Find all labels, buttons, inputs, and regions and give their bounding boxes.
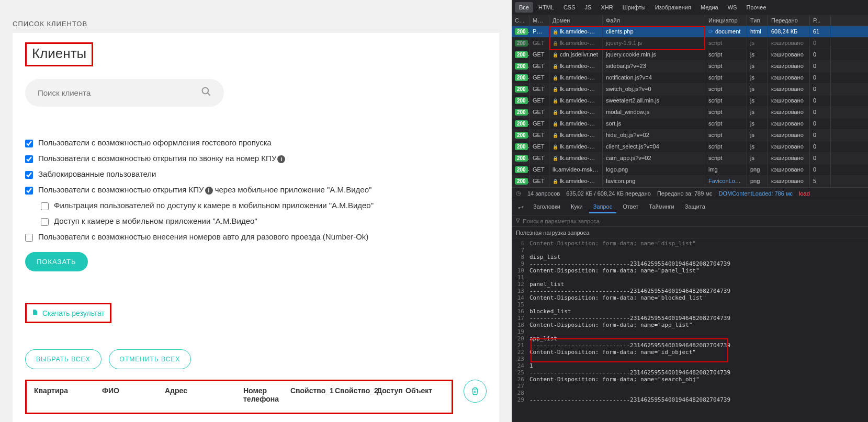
show-button[interactable]: ПОКАЗАТЬ bbox=[25, 252, 88, 271]
cell-domain: 🔒lk.amvideo-ms... bbox=[549, 141, 603, 152]
network-request-row[interactable]: 200GET🔒lk.amvideo-ms...notification.js?v… bbox=[512, 72, 868, 84]
detail-search-input[interactable] bbox=[523, 218, 864, 224]
search-input[interactable] bbox=[38, 88, 201, 97]
filter-checkbox[interactable] bbox=[25, 155, 33, 163]
info-icon[interactable]: i bbox=[277, 155, 285, 163]
filter-checkbox[interactable] bbox=[41, 202, 49, 210]
cell-transferred: кэшировано bbox=[768, 61, 810, 72]
network-request-row[interactable]: 200GET🔒lk.amvideo-ms...favicon.pngFavico… bbox=[512, 176, 868, 187]
lock-icon: 🔒 bbox=[553, 110, 558, 115]
filter-pill[interactable]: Медиа bbox=[696, 2, 723, 13]
cell-transferred: кэшировано bbox=[768, 164, 810, 175]
col-status[interactable]: Стат... bbox=[512, 15, 529, 26]
filter-row[interactable]: Пользователи с возможностью оформления г… bbox=[25, 138, 487, 147]
th-property1[interactable]: Свойство_1 bbox=[287, 384, 332, 405]
info-icon[interactable]: i bbox=[205, 187, 213, 195]
filter-row[interactable]: Пользователи с возможностью открытия по … bbox=[25, 154, 487, 163]
network-request-row[interactable]: 200GET🔒lk.amvideo-ms...sort.jsscriptjsкэ… bbox=[512, 118, 868, 130]
detail-tab[interactable]: Заголовки bbox=[529, 201, 565, 213]
network-request-row[interactable]: 200GET🔒lk.amvideo-ms...modal_window.jssc… bbox=[512, 107, 868, 118]
code-line: 9-----------------------------2314625955… bbox=[512, 260, 868, 267]
filter-checkbox[interactable] bbox=[25, 140, 33, 147]
network-request-row[interactable]: 200GET🔒cdn.jsdelivr.netjquery.cookie.min… bbox=[512, 49, 868, 61]
th-property2[interactable]: Свойство_2 bbox=[332, 384, 374, 405]
deselect-all-button[interactable]: ОТМЕНИТЬ ВСЕХ bbox=[109, 349, 191, 369]
col-file[interactable]: Файл bbox=[603, 15, 705, 26]
network-request-row[interactable]: 200GET🔒lk.amvideo-ms...sidebar.js?v=23sc… bbox=[512, 61, 868, 72]
filter-checkbox[interactable] bbox=[41, 218, 49, 226]
cell-size: 0 bbox=[810, 107, 831, 118]
filter-pill[interactable]: Шрифты bbox=[618, 2, 650, 13]
status-badge: 200 bbox=[515, 51, 528, 58]
cell-initiator: script bbox=[705, 72, 747, 83]
cell-initiator: script bbox=[705, 107, 747, 118]
request-payload-code[interactable]: 6Content-Disposition: form-data; name="d… bbox=[512, 239, 868, 422]
filter-row[interactable]: Заблокированные пользователи bbox=[25, 169, 487, 179]
search-icon[interactable] bbox=[201, 86, 211, 99]
th-address[interactable]: Адрес bbox=[162, 384, 240, 405]
filter-checkbox[interactable] bbox=[25, 187, 33, 195]
network-request-row[interactable]: 200GETlk.amvideo-msk.rulogo.pngimgpngкэш… bbox=[512, 164, 868, 176]
col-initiator[interactable]: Инициатор bbox=[705, 15, 747, 26]
cell-method: GET bbox=[529, 153, 549, 164]
cell-initiator: ⟳document bbox=[705, 26, 747, 37]
code-line: 17-----------------------------231462595… bbox=[512, 315, 868, 322]
network-request-row[interactable]: 200GET🔒lk.amvideo-ms...sweetalert2.all.m… bbox=[512, 95, 868, 107]
network-request-row[interactable]: 200GET🔒lk.amvideo-ms...cam_app.js?v=02sc… bbox=[512, 153, 868, 164]
cell-type: png bbox=[747, 164, 768, 175]
network-request-row[interactable]: 200GET🔒lk.amvideo-ms...switch_obj.js?v=0… bbox=[512, 84, 868, 95]
network-request-row[interactable]: 200GET🔒lk.amvideo-ms...jquery-1.9.1.jssc… bbox=[512, 38, 868, 49]
cell-domain: 🔒lk.amvideo-ms... bbox=[549, 107, 603, 118]
filter-pill[interactable]: XHR bbox=[596, 2, 617, 13]
cell-domain: 🔒lk.amvideo-ms... bbox=[549, 38, 603, 49]
network-request-row[interactable]: 200GET🔒lk.amvideo-ms...hide_obj.js?v=02s… bbox=[512, 130, 868, 141]
code-line: 26Content-Disposition: form-data; name="… bbox=[512, 376, 868, 383]
detail-tab[interactable]: Куки bbox=[567, 201, 587, 213]
filter-icon[interactable]: ∇ bbox=[516, 218, 520, 224]
code-line: 15 bbox=[512, 301, 868, 308]
select-all-button[interactable]: ВЫБРАТЬ ВСЕХ bbox=[25, 349, 102, 369]
filter-row[interactable]: Доступ к камере в мобильном приложении "… bbox=[41, 216, 487, 226]
th-object[interactable]: Объект bbox=[402, 384, 431, 405]
network-request-row[interactable]: 200POST🔒lk.amvideo-ms...clients.php⟳docu… bbox=[512, 26, 868, 38]
filter-pill[interactable]: Изображения bbox=[651, 2, 695, 13]
cell-transferred: кэшировано bbox=[768, 176, 810, 187]
detail-tab[interactable]: Тайминги bbox=[645, 201, 678, 213]
payload-title: Полезная нагрузка запроса bbox=[512, 227, 868, 239]
filter-pill[interactable]: HTML bbox=[534, 2, 558, 13]
col-size[interactable]: Р... bbox=[810, 15, 831, 26]
detail-tab[interactable]: Запрос bbox=[589, 201, 616, 213]
delete-button[interactable] bbox=[464, 380, 487, 403]
filter-checkbox[interactable] bbox=[25, 171, 33, 179]
filter-pill[interactable]: Все bbox=[515, 2, 533, 13]
detail-tab[interactable]: Ответ bbox=[618, 201, 642, 213]
th-phone[interactable]: Номер телефона bbox=[240, 384, 287, 405]
download-link[interactable]: Скачать результат bbox=[32, 309, 105, 317]
lock-icon: 🔒 bbox=[553, 98, 558, 104]
col-domain[interactable]: Домен bbox=[549, 15, 603, 26]
col-transferred[interactable]: Передано bbox=[768, 15, 810, 26]
col-method[interactable]: Мет... bbox=[529, 15, 549, 26]
filter-pill[interactable]: WS bbox=[724, 2, 741, 13]
cell-file: client_select.js?v=04 bbox=[603, 141, 705, 152]
filter-row[interactable]: Пользователи с возможностью внесения ном… bbox=[25, 232, 487, 242]
filter-pill[interactable]: CSS bbox=[559, 2, 580, 13]
detail-tab[interactable]: Защита bbox=[681, 201, 709, 213]
devtools-panel: ВсеHTMLCSSJSXHRШрифтыИзображенияМедиаWSП… bbox=[512, 0, 868, 422]
filter-pill[interactable]: JS bbox=[581, 2, 596, 13]
filter-pill[interactable]: Прочее bbox=[742, 2, 770, 13]
th-access[interactable]: Доступ bbox=[374, 384, 402, 405]
cell-type: js bbox=[747, 38, 768, 49]
filter-checkbox[interactable] bbox=[25, 234, 33, 242]
cell-type: js bbox=[747, 95, 768, 106]
col-type[interactable]: Тип bbox=[747, 15, 768, 26]
network-type-filters: ВсеHTMLCSSJSXHRШрифтыИзображенияМедиаWSП… bbox=[512, 0, 868, 15]
filter-row[interactable]: Пользователи с возможностью открытия КПУ… bbox=[25, 185, 487, 195]
th-apartment[interactable]: Квартира bbox=[31, 384, 99, 405]
cell-domain: 🔒lk.amvideo-ms... bbox=[549, 84, 603, 95]
code-line: 12panel_list bbox=[512, 281, 868, 288]
network-request-row[interactable]: 200GET🔒lk.amvideo-ms...client_select.js?… bbox=[512, 141, 868, 153]
filter-row[interactable]: Фильтрация пользователей по доступу к ка… bbox=[41, 201, 487, 210]
back-arrow-icon[interactable]: ⮐ bbox=[515, 204, 527, 210]
th-fullname[interactable]: ФИО bbox=[99, 384, 162, 405]
